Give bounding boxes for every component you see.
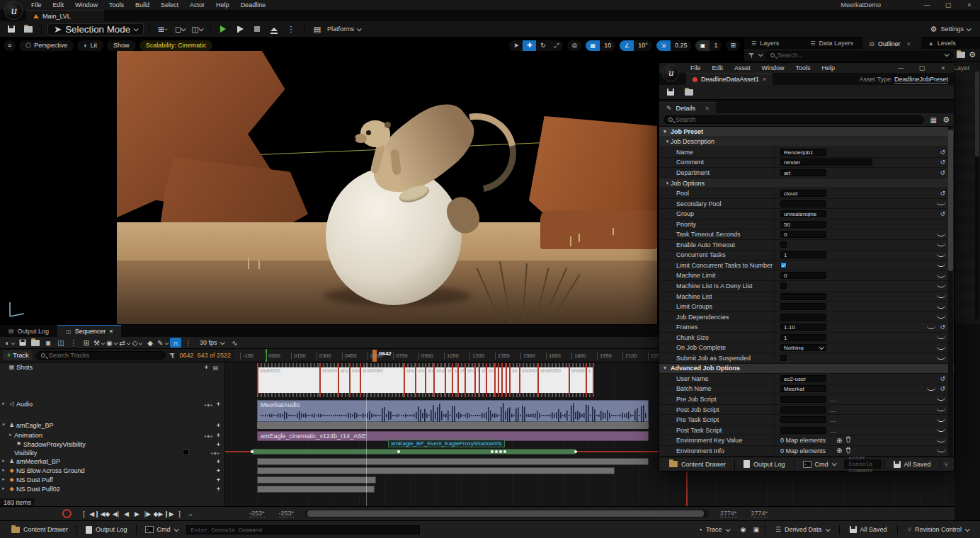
shot-section[interactable]: sh	[426, 363, 435, 397]
blueprints-dropdown-icon[interactable]: ◻	[173, 23, 187, 35]
key-navigation-icons[interactable]: ◂◆▸	[204, 433, 214, 438]
deadline-asset-editor-window[interactable]: FileEditAssetWindowToolsHelp — ▢ × u Dea…	[659, 62, 955, 471]
property-row-pre-task-script[interactable]: Pre Task Script…	[659, 415, 954, 425]
shot-section[interactable]: shot0010	[258, 363, 321, 397]
property-checkbox[interactable]	[780, 355, 787, 361]
seq-options-icon[interactable]: ⋮	[68, 338, 79, 348]
output-log-button[interactable]: Output Log	[80, 524, 133, 535]
outliner-scrollbar[interactable]	[975, 71, 979, 319]
revision-control-dropdown[interactable]: ⑂Revision Control	[902, 524, 974, 535]
tab-deadline-data-asset[interactable]: DeadlineDataAsset1 ×	[686, 73, 773, 85]
property-input[interactable]: 1	[780, 251, 826, 258]
tab-main-lvl[interactable]: Main_LVL	[26, 10, 104, 21]
import-content-icon[interactable]	[21, 23, 35, 35]
deadline-menu-help[interactable]: Help	[816, 64, 841, 71]
perspective-dropdown[interactable]: ⬡Perspective	[19, 40, 74, 51]
script-path-input[interactable]	[780, 427, 826, 434]
property-row-task-timeout-seconds[interactable]: Task Timeout Seconds0	[659, 229, 954, 240]
snap-options-icon[interactable]: ⋮	[183, 338, 194, 348]
maximize-viewport-icon[interactable]: ⊞	[726, 40, 740, 51]
add-map-element-icon[interactable]: ⊕	[836, 447, 842, 454]
view-range-end[interactable]: 2774*	[751, 510, 768, 517]
property-input[interactable]: 50	[780, 221, 826, 228]
dock-tab-outliner[interactable]: ▤Outliner×	[862, 38, 921, 49]
property-input[interactable]: 1	[780, 334, 826, 341]
expand-advanced-icon[interactable]	[937, 305, 945, 309]
track-ns-blow-across-ground[interactable]: ▸◆NS Blow Across Ground+	[0, 466, 224, 475]
shot-section[interactable]: shot	[351, 363, 361, 397]
world-local-toggle-icon[interactable]: ◎	[567, 40, 581, 51]
reset-to-default-icon[interactable]: ↺	[940, 385, 945, 392]
fps-dropdown[interactable]: 30 fps	[195, 339, 228, 346]
add-actor-icon[interactable]: ⊞+	[156, 23, 170, 35]
shot-section[interactable]: shot60	[570, 363, 587, 397]
save-asset-icon[interactable]	[663, 86, 678, 98]
menu-edit[interactable]: Edit	[47, 1, 70, 8]
property-row-frames[interactable]: Frames1-10↺	[659, 322, 954, 333]
console-command-input[interactable]: Enter Console Command	[186, 525, 420, 534]
shot-section[interactable]: shot0260	[539, 363, 570, 397]
tab-details[interactable]: ✎ Details ×	[659, 102, 716, 113]
shot-section[interactable]: sh	[459, 363, 466, 397]
key-navigation-icons[interactable]: ◂◆▸	[210, 450, 220, 455]
jump-to-start-icon[interactable]: [	[79, 508, 89, 520]
add-section-button[interactable]: +	[205, 364, 208, 371]
grid-snap-control[interactable]: ▦ 10	[586, 40, 615, 51]
expand-advanced-icon[interactable]	[937, 356, 945, 360]
jump-to-end-icon[interactable]: ]	[174, 508, 185, 520]
property-row-on-job-complete[interactable]: On Job CompleteNothing	[659, 343, 954, 353]
reset-to-default-icon[interactable]: ↺	[940, 210, 945, 217]
visibility-section[interactable]	[252, 449, 576, 454]
deadline-menu-asset[interactable]: Asset	[729, 64, 756, 71]
dock-settings-icon[interactable]: ⚙	[969, 50, 976, 59]
add-section-button[interactable]: +	[217, 441, 220, 448]
working-range-end[interactable]: 2774*	[720, 510, 737, 517]
browse-ellipsis-button[interactable]: …	[830, 427, 837, 434]
lit-dropdown[interactable]: ◐Lit	[77, 40, 103, 51]
keyframe-dot[interactable]	[251, 450, 253, 453]
rotation-snap-control[interactable]: ∠ 10°	[620, 40, 652, 51]
seq-playback-options-icon[interactable]: ⇄	[119, 338, 130, 348]
expander-icon[interactable]: ▸	[7, 432, 14, 437]
category-advanced-job-options[interactable]: ▾Advanced Job Options	[659, 364, 954, 374]
expander-icon[interactable]: ▸	[0, 467, 7, 473]
cmd-dropdown[interactable]: >_Cmd	[139, 524, 183, 535]
property-input[interactable]: ec2-user	[780, 375, 826, 382]
details-settings-icon[interactable]: ⚙	[942, 115, 950, 125]
shot-section[interactable]: sho	[405, 363, 416, 397]
deadline-menu-window[interactable]: Window	[756, 64, 790, 71]
add-section-button[interactable]: +	[217, 422, 220, 429]
working-range-start[interactable]: -253*	[279, 510, 295, 517]
viewport-menu-icon[interactable]: ≡	[4, 40, 16, 51]
script-path-input[interactable]	[780, 396, 826, 403]
console-command-input[interactable]: Enter Console Command	[844, 459, 882, 469]
track-ammeerkat-bp[interactable]: ▸♟amMeerkat_BP+	[0, 457, 224, 466]
track-shots[interactable]: ▦Shots+▤	[0, 362, 224, 399]
expander-icon[interactable]: ▸	[0, 476, 7, 482]
details-scrollbar[interactable]	[948, 127, 953, 457]
property-row-limit-concurrent-tasks-to-number-of-cpus[interactable]: Limit Concurrent Tasks to Number Of Cpus…	[659, 261, 954, 271]
sequence-browse-icon[interactable]: ◐	[4, 338, 16, 348]
previous-frame-icon[interactable]: ◀|	[110, 508, 121, 520]
lane-ns-blow-across-ground-bar[interactable]	[257, 467, 615, 474]
category-job-description[interactable]: ▾Job Description	[659, 137, 954, 148]
property-row-pool[interactable]: Poolcloud↺	[659, 188, 954, 199]
output-log-button[interactable]: Output Log	[738, 459, 791, 470]
property-input[interactable]	[780, 303, 826, 310]
filmstrip-icon[interactable]: ▤	[211, 365, 220, 371]
property-input[interactable]: 1-10	[780, 324, 826, 331]
content-drawer-button[interactable]: Content Drawer	[663, 459, 731, 470]
content-drawer-button[interactable]: Content Drawer	[6, 524, 74, 535]
shot-section[interactable]: sh	[487, 363, 496, 397]
next-shot-icon[interactable]: ❙▶	[164, 508, 174, 520]
expand-advanced-icon[interactable]	[937, 233, 945, 236]
property-row-post-job-script[interactable]: Post Job Script…	[659, 405, 954, 416]
add-map-element-icon[interactable]: ⊕	[836, 437, 842, 445]
keyframe-dot[interactable]	[574, 450, 577, 453]
scale-tool-icon[interactable]: ⤢	[549, 40, 563, 51]
seq-edit-mode-icon[interactable]: ✎	[157, 338, 169, 348]
property-row-pre-job-script[interactable]: Pre Job Script…	[659, 394, 954, 405]
property-row-user-name[interactable]: User Nameec2-user↺	[659, 374, 954, 384]
track-ns-dust-puff[interactable]: ▸◆NS Dust Puff+	[0, 475, 224, 484]
seq-add-actor-icon[interactable]: ⊞	[81, 338, 92, 348]
